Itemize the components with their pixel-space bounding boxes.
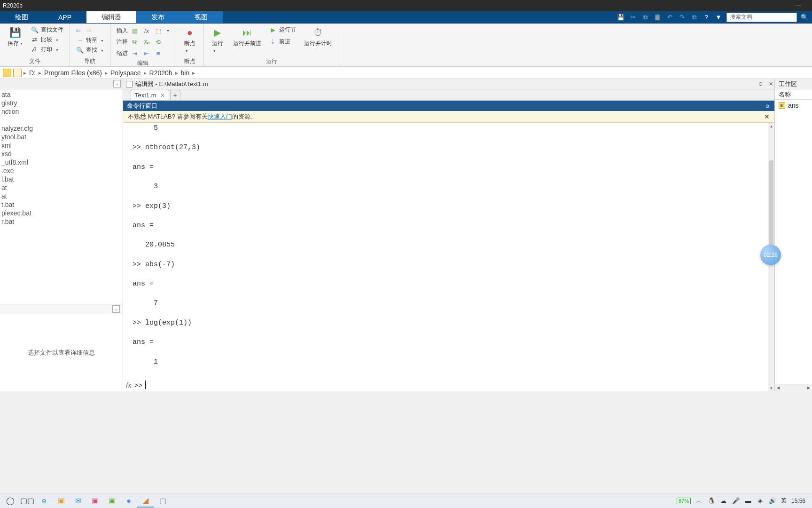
task-view-button[interactable]: ▢▢ (19, 494, 36, 508)
matlab-icon[interactable]: ◢ (137, 494, 154, 508)
breadcrumb[interactable]: ▸ D: ▸ Program Files (x86) ▸ Polyspace ▸… (0, 67, 812, 79)
windows-icon[interactable]: ⧉ (690, 13, 698, 22)
add-tab-button[interactable]: + (170, 90, 180, 100)
file-item[interactable]: at (0, 192, 123, 200)
insert-markup-icon[interactable]: ⬚ (154, 26, 163, 35)
file-item[interactable]: xsd (0, 150, 123, 158)
battery-indicator[interactable]: 87% (677, 498, 691, 504)
file-item[interactable]: l.bat (0, 175, 123, 183)
goto-button[interactable]: →转至 (74, 36, 106, 45)
mail-icon[interactable]: ✉ (70, 494, 86, 508)
crumb-folder[interactable]: R2020b (148, 69, 174, 77)
wifi-icon[interactable]: ◈ (757, 497, 764, 505)
file-item[interactable]: at (0, 183, 123, 192)
scroll-right-icon[interactable]: ▶ (805, 384, 812, 391)
file-list[interactable]: atagistrynction nalyzer.cfgytool.batxmlx… (0, 89, 123, 227)
find-button[interactable]: 🔍查找 (74, 46, 106, 55)
comment-icon[interactable]: % (130, 37, 140, 47)
volume-icon[interactable]: 🔊 (769, 497, 776, 505)
file-tab[interactable]: Text1.m ✕ (131, 90, 169, 100)
file-item[interactable]: nction (0, 107, 123, 116)
indent-button[interactable]: 缩进 ⇥⇤≡ (114, 48, 172, 58)
compare-button[interactable]: ⇄比较 (29, 35, 66, 44)
crumb-folder[interactable]: Program Files (x86) (42, 69, 104, 77)
smart-indent-icon[interactable]: ≡ (154, 48, 163, 58)
cut-icon[interactable]: ✂ (629, 13, 637, 22)
edge-icon[interactable]: e (36, 494, 53, 508)
save-icon[interactable]: 💾 (617, 13, 625, 22)
workspace-column-name[interactable]: 名称 (775, 89, 812, 100)
scroll-down-icon[interactable]: ▼ (768, 385, 774, 391)
tab-plot[interactable]: 绘图 (0, 11, 43, 23)
file-item[interactable]: nalyzer.cfg (0, 124, 123, 133)
print-button[interactable]: 🖨打印 (29, 45, 66, 54)
tab-app[interactable]: APP (43, 11, 86, 23)
file-item[interactable]: ytool.bat (0, 133, 123, 141)
panel-splitter[interactable]: ⌄ (0, 304, 123, 314)
crumb-folder[interactable]: Polyspace (109, 69, 143, 77)
run-button[interactable]: ▶ 运行 (208, 25, 227, 55)
copy-icon[interactable]: ⧉ (641, 13, 649, 22)
app-icon[interactable]: ▣ (86, 494, 103, 508)
ime-indicator[interactable]: 英 (781, 497, 787, 505)
power-icon[interactable]: ▬ (744, 497, 752, 505)
app-icon[interactable]: ● (120, 494, 137, 508)
paste-icon[interactable]: 📋 (653, 13, 662, 22)
help-icon[interactable]: ? (702, 13, 710, 22)
tab-view[interactable]: 视图 (180, 11, 223, 23)
tab-editor[interactable]: 编辑器 (86, 11, 136, 23)
qq-icon[interactable]: 🐧 (708, 497, 715, 505)
insert-button[interactable]: 插入 ▤fx⬚ (114, 25, 172, 36)
scroll-left-icon[interactable]: ◀ (775, 384, 781, 391)
dropdown-icon[interactable]: ▼ (714, 13, 723, 22)
search-docs-input[interactable]: 搜索文档 (726, 13, 797, 22)
scroll-up-icon[interactable]: ▲ (768, 123, 774, 129)
run-advance-button[interactable]: ⏭ 运行并前进 (229, 25, 265, 48)
advance-button[interactable]: ⇣前进 (267, 37, 298, 46)
clock[interactable]: 15:56 (791, 498, 805, 504)
file-item[interactable]: .exe (0, 167, 123, 175)
panel-options-icon[interactable]: ⊙ (764, 103, 771, 109)
file-item[interactable]: gistry (0, 99, 123, 107)
file-item[interactable] (0, 116, 123, 124)
find-files-button[interactable]: 🔍查找文件 (29, 25, 66, 34)
workspace-variable[interactable]: ⊞ ans (775, 100, 812, 111)
horizontal-scrollbar[interactable]: ◀ ▶ (775, 384, 812, 391)
crumb-drive[interactable]: D: (27, 69, 38, 77)
undo-icon[interactable]: ↶ (665, 13, 674, 22)
file-item[interactable]: piexec.bat (0, 209, 123, 217)
tab-publish[interactable]: 发布 (136, 11, 180, 23)
save-button[interactable]: 💾 保存 (4, 25, 27, 48)
scrollbar-thumb[interactable] (769, 160, 773, 245)
cloud-icon[interactable]: ☁ (720, 497, 727, 505)
command-window[interactable]: 5 >> nthroot(27,3) ans = 3 >> exp(3) ans… (123, 123, 774, 391)
explorer-icon[interactable]: ▣ (53, 494, 70, 508)
insert-fx-icon[interactable]: fx (142, 26, 151, 35)
insert-section-icon[interactable]: ▤ (130, 26, 140, 35)
app-icon[interactable]: ▢ (154, 494, 171, 508)
forward-icon[interactable]: ⇨ (85, 25, 94, 35)
comment-button[interactable]: 注释 %‰⟲ (114, 37, 172, 47)
chevron-up-icon[interactable]: ︿ (695, 497, 703, 505)
app-icon[interactable]: ▣ (103, 494, 120, 508)
search-icon[interactable]: 🔍 (801, 14, 808, 21)
collapse-icon[interactable]: ⌄ (113, 80, 121, 87)
fx-icon[interactable]: fx (126, 381, 132, 389)
microphone-icon[interactable]: 🎤 (732, 497, 740, 505)
crumb-folder[interactable]: bin (179, 69, 192, 77)
file-item[interactable]: ata (0, 90, 123, 99)
timer-badge[interactable]: 02:28 (760, 245, 781, 265)
command-output[interactable]: 5 >> nthroot(27,3) ans = 3 >> exp(3) ans… (123, 123, 768, 378)
file-item[interactable]: xml (0, 141, 123, 150)
file-item[interactable]: t.bat (0, 200, 123, 209)
run-time-button[interactable]: ⏱ 运行并计时 (300, 25, 336, 48)
uncomment-icon[interactable]: ‰ (142, 37, 151, 47)
indent-icon[interactable]: ⇥ (130, 48, 140, 58)
breakpoints-button[interactable]: ● 断点 (180, 25, 200, 55)
close-panel-icon[interactable]: ✕ (767, 80, 774, 88)
redo-icon[interactable]: ↷ (678, 13, 686, 22)
run-section-button[interactable]: ▶运行节 (267, 25, 298, 34)
close-tab-icon[interactable]: ✕ (160, 92, 165, 99)
close-banner-icon[interactable]: ✕ (764, 113, 770, 120)
minimize-button[interactable]: — (788, 2, 809, 9)
